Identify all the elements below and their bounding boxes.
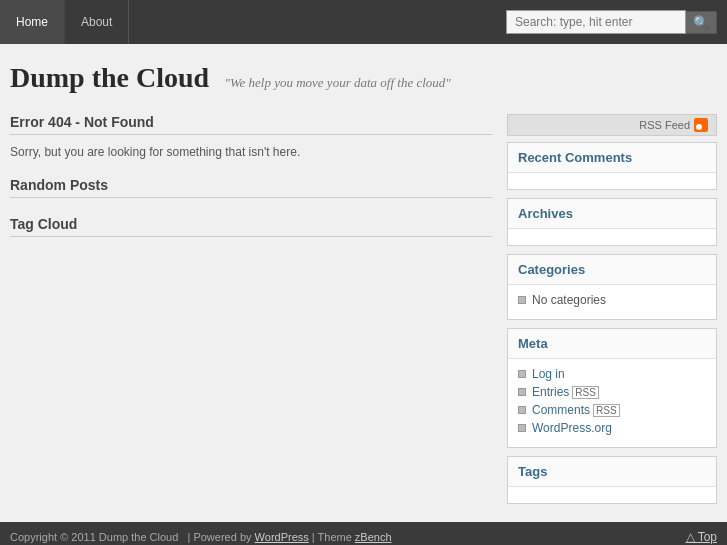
rss-feed-label: RSS Feed [639, 119, 690, 131]
footer-powered-by [181, 531, 184, 543]
widget-tags-content [508, 487, 716, 503]
widget-recent-comments-title: Recent Comments [508, 143, 716, 173]
main-content: Error 404 - Not Found Sorry, but you are… [10, 114, 507, 512]
bullet-icon-entries [518, 388, 526, 396]
meta-comments-link[interactable]: Comments [532, 403, 590, 417]
widget-archives-title: Archives [508, 199, 716, 229]
site-footer: Copyright © 2011 Dump the Cloud | Powere… [0, 522, 727, 545]
bullet-icon-comments [518, 406, 526, 414]
meta-login-link[interactable]: Log in [532, 367, 565, 381]
footer-wordpress-link[interactable]: WordPress [255, 531, 309, 543]
footer-powered-text: | Powered by [188, 531, 252, 543]
comments-rss-label: RSS [593, 404, 620, 417]
meta-entries-link[interactable]: Entries [532, 385, 569, 399]
meta-wordpress-item: WordPress.org [518, 421, 706, 435]
bullet-icon-wordpress [518, 424, 526, 432]
nav-tabs: Home About [0, 0, 129, 44]
tag-cloud-title: Tag Cloud [10, 216, 492, 237]
footer-theme-link[interactable]: zBench [355, 531, 392, 543]
widget-meta-content: Log in Entries RSS Comments RSS Wor [508, 359, 716, 447]
widget-tags: Tags [507, 456, 717, 504]
nav-tab-home[interactable]: Home [0, 0, 65, 44]
search-box: 🔍 [506, 10, 717, 34]
footer-right: △ Top [686, 530, 717, 544]
footer-theme-text: | Theme [312, 531, 352, 543]
sidebar: RSS Feed Recent Comments Archives Catego… [507, 114, 717, 512]
widget-categories-content: No categories [508, 285, 716, 319]
widget-archives: Archives [507, 198, 717, 246]
entries-rss-label: RSS [572, 386, 599, 399]
widget-archives-content [508, 229, 716, 245]
meta-entries-item: Entries RSS [518, 385, 706, 399]
no-categories-item: No categories [518, 293, 706, 307]
widget-recent-comments-content [508, 173, 716, 189]
widget-recent-comments: Recent Comments [507, 142, 717, 190]
widget-meta-title: Meta [508, 329, 716, 359]
widget-categories-title: Categories [508, 255, 716, 285]
content-wrapper: Error 404 - Not Found Sorry, but you are… [0, 104, 727, 522]
error-message: Sorry, but you are looking for something… [10, 145, 492, 159]
rss-icon [694, 118, 708, 132]
top-navigation: Home About 🔍 [0, 0, 727, 44]
no-categories-label: No categories [532, 293, 606, 307]
meta-login-item: Log in [518, 367, 706, 381]
site-tagline: "We help you move your data off the clou… [224, 75, 450, 90]
bullet-icon [518, 296, 526, 304]
search-button[interactable]: 🔍 [686, 11, 717, 34]
page-wrapper: Dump the Cloud "We help you move your da… [0, 44, 727, 545]
search-input[interactable] [506, 10, 686, 34]
site-title: Dump the Cloud [10, 62, 209, 93]
meta-wordpress-link[interactable]: WordPress.org [532, 421, 612, 435]
widget-meta: Meta Log in Entries RSS Comments RSS [507, 328, 717, 448]
meta-comments-item: Comments RSS [518, 403, 706, 417]
search-area: 🔍 [506, 0, 727, 44]
bullet-icon-login [518, 370, 526, 378]
footer-left: Copyright © 2011 Dump the Cloud | Powere… [10, 531, 392, 543]
nav-tab-about[interactable]: About [65, 0, 129, 44]
random-posts-title: Random Posts [10, 177, 492, 198]
rss-feed-bar: RSS Feed [507, 114, 717, 136]
footer-copyright: Copyright © 2011 Dump the Cloud [10, 531, 178, 543]
tag-cloud-section: Tag Cloud [10, 216, 492, 237]
top-link[interactable]: △ Top [686, 530, 717, 544]
random-posts-section: Random Posts [10, 177, 492, 198]
widget-categories: Categories No categories [507, 254, 717, 320]
site-header: Dump the Cloud "We help you move your da… [0, 44, 727, 104]
error-title: Error 404 - Not Found [10, 114, 492, 135]
widget-tags-title: Tags [508, 457, 716, 487]
